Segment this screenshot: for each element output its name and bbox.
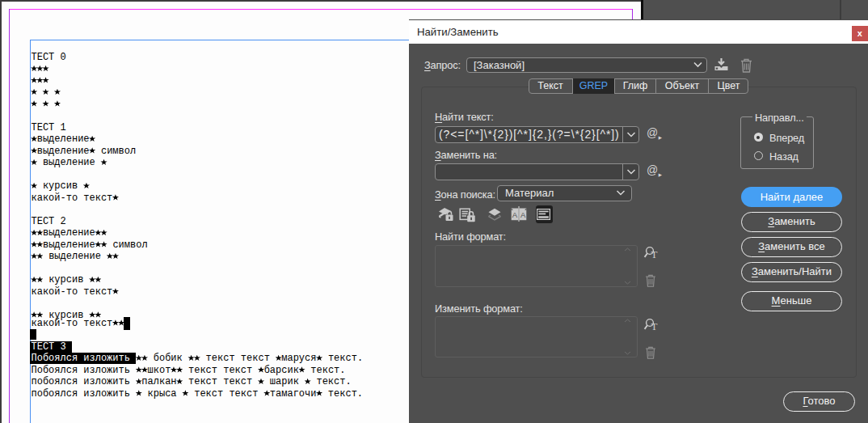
svg-text:T: T xyxy=(651,320,658,332)
svg-text:T: T xyxy=(651,248,658,260)
svg-text:A: A xyxy=(520,210,526,219)
svg-text:A: A xyxy=(512,210,518,219)
